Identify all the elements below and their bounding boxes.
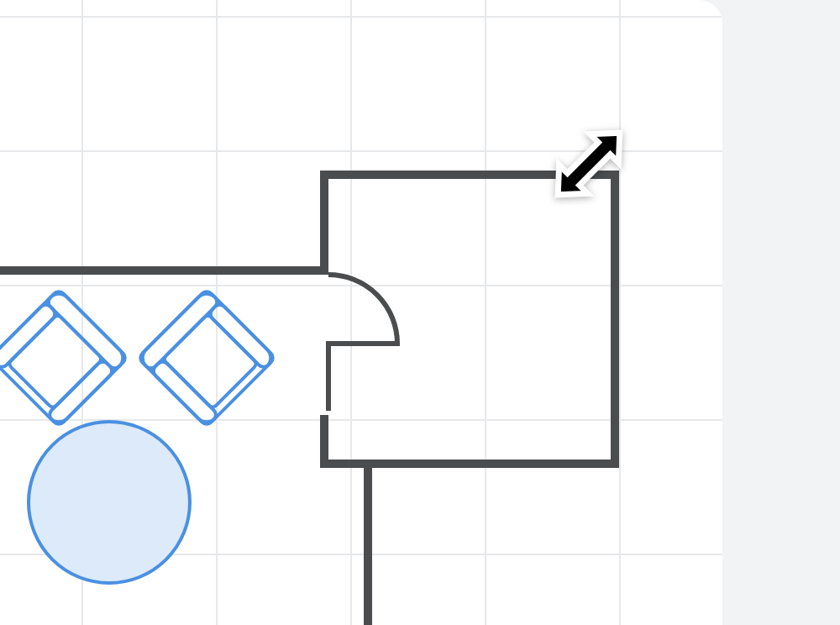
resize-diagonal-cursor (530, 105, 648, 223)
furniture-layer[interactable] (0, 0, 722, 625)
svg-rect-22 (207, 302, 276, 370)
chair-furniture[interactable] (0, 289, 128, 427)
svg-rect-17 (47, 359, 115, 427)
svg-rect-14 (0, 289, 128, 427)
svg-rect-15 (45, 289, 128, 371)
svg-rect-16 (0, 302, 58, 370)
round-table-furniture[interactable] (29, 422, 190, 583)
floor-plan-canvas[interactable] (0, 0, 722, 625)
chair-furniture[interactable] (138, 289, 276, 427)
svg-rect-21 (151, 359, 219, 427)
svg-rect-19 (138, 289, 276, 427)
svg-rect-20 (138, 289, 220, 371)
